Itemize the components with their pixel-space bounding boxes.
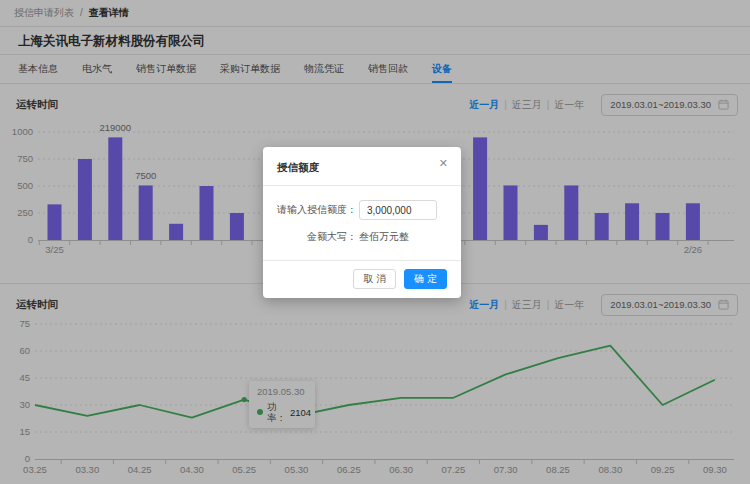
credit-amount-input[interactable]	[359, 200, 437, 220]
dialog-footer: 取 消 确 定	[263, 260, 461, 298]
confirm-button[interactable]: 确 定	[404, 269, 447, 289]
credit-detail-page: 授信申请列表/查看详情 上海关讯电子新材料股份有限公司 基本信息电水气销售订单数…	[0, 0, 750, 484]
close-button[interactable]: ✕	[437, 155, 450, 171]
credit-amount-label: 请输入授信额度：	[277, 203, 357, 217]
cancel-button[interactable]: 取 消	[353, 269, 396, 289]
amount-words-row: 金额大写： 叁佰万元整	[277, 230, 447, 244]
dialog-title: 授信额度	[277, 161, 319, 173]
amount-words-value: 叁佰万元整	[359, 230, 409, 244]
credit-amount-field-row: 请输入授信额度：	[277, 200, 447, 220]
dialog-header: 授信额度 ✕	[263, 147, 461, 186]
close-icon: ✕	[439, 157, 448, 169]
credit-limit-dialog: 授信额度 ✕ 请输入授信额度： 金额大写： 叁佰万元整 取 消 确 定	[263, 147, 461, 298]
dialog-body: 请输入授信额度： 金额大写： 叁佰万元整	[263, 186, 461, 260]
amount-words-label: 金额大写：	[277, 230, 357, 244]
